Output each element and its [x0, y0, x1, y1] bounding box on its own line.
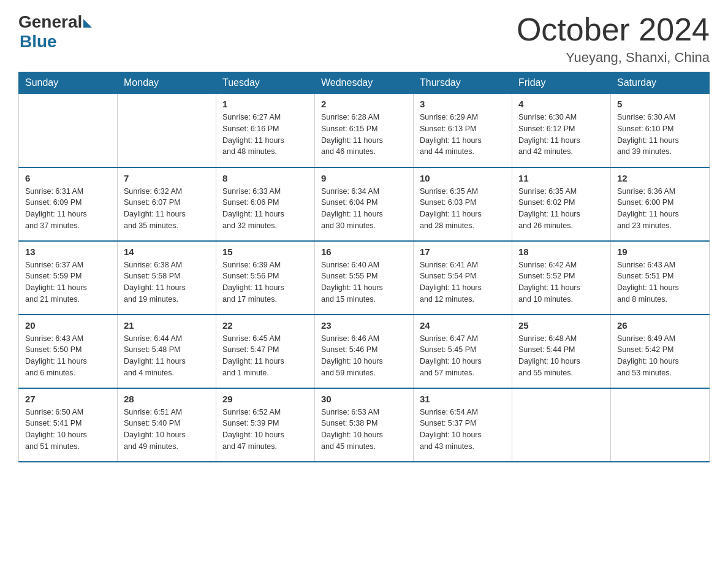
day-number: 12: [617, 173, 703, 183]
calendar-cell: 30Sunrise: 6:53 AMSunset: 5:38 PMDayligh…: [315, 388, 414, 462]
day-info: Sunrise: 6:48 AMSunset: 5:44 PMDaylight:…: [518, 333, 604, 379]
calendar-cell: 9Sunrise: 6:34 AMSunset: 6:04 PMDaylight…: [315, 167, 414, 241]
day-info: Sunrise: 6:29 AMSunset: 6:13 PMDaylight:…: [420, 112, 506, 158]
day-number: 30: [321, 394, 407, 404]
header-row: SundayMondayTuesdayWednesdayThursdayFrid…: [19, 72, 710, 94]
day-number: 25: [518, 320, 604, 331]
calendar-cell: 28Sunrise: 6:51 AMSunset: 5:40 PMDayligh…: [118, 388, 216, 462]
calendar-cell: 25Sunrise: 6:48 AMSunset: 5:44 PMDayligh…: [512, 315, 611, 388]
calendar-week-0: 1Sunrise: 6:27 AMSunset: 6:16 PMDaylight…: [19, 94, 710, 167]
day-info: Sunrise: 6:52 AMSunset: 5:39 PMDaylight:…: [222, 407, 308, 453]
calendar-cell: 5Sunrise: 6:30 AMSunset: 6:10 PMDaylight…: [611, 94, 710, 167]
header-sunday: Sunday: [19, 72, 118, 94]
day-info: Sunrise: 6:46 AMSunset: 5:46 PMDaylight:…: [321, 333, 407, 379]
calendar-cell: [512, 388, 611, 462]
calendar-table: SundayMondayTuesdayWednesdayThursdayFrid…: [18, 72, 710, 462]
calendar-cell: [19, 94, 118, 167]
day-number: 2: [321, 99, 407, 109]
calendar-cell: 23Sunrise: 6:46 AMSunset: 5:46 PMDayligh…: [315, 315, 414, 388]
day-number: 5: [617, 99, 703, 109]
title-section: October 2024 Yueyang, Shanxi, China: [517, 12, 710, 66]
calendar-cell: 29Sunrise: 6:52 AMSunset: 5:39 PMDayligh…: [216, 388, 315, 462]
calendar-cell: 14Sunrise: 6:38 AMSunset: 5:58 PMDayligh…: [118, 241, 216, 315]
day-number: 1: [222, 99, 308, 109]
calendar-cell: 19Sunrise: 6:43 AMSunset: 5:51 PMDayligh…: [611, 241, 710, 315]
day-info: Sunrise: 6:51 AMSunset: 5:40 PMDaylight:…: [124, 407, 210, 453]
day-number: 15: [222, 247, 308, 257]
calendar-cell: 15Sunrise: 6:39 AMSunset: 5:56 PMDayligh…: [216, 241, 315, 315]
day-info: Sunrise: 6:35 AMSunset: 6:02 PMDaylight:…: [518, 186, 604, 232]
day-info: Sunrise: 6:37 AMSunset: 5:59 PMDaylight:…: [25, 259, 111, 305]
day-info: Sunrise: 6:49 AMSunset: 5:42 PMDaylight:…: [617, 333, 703, 379]
logo-general-text: General: [18, 12, 82, 32]
day-info: Sunrise: 6:42 AMSunset: 5:52 PMDaylight:…: [518, 259, 604, 305]
day-info: Sunrise: 6:33 AMSunset: 6:06 PMDaylight:…: [222, 186, 308, 232]
day-number: 6: [25, 173, 111, 183]
day-info: Sunrise: 6:54 AMSunset: 5:37 PMDaylight:…: [420, 407, 506, 453]
day-number: 22: [222, 320, 308, 331]
page-header: General Blue October 2024 Yueyang, Shanx…: [18, 12, 710, 66]
day-number: 18: [518, 247, 604, 257]
day-info: Sunrise: 6:47 AMSunset: 5:45 PMDaylight:…: [420, 333, 506, 379]
day-number: 28: [124, 394, 210, 404]
calendar-cell: 3Sunrise: 6:29 AMSunset: 6:13 PMDaylight…: [414, 94, 512, 167]
header-wednesday: Wednesday: [315, 72, 414, 94]
calendar-cell: 8Sunrise: 6:33 AMSunset: 6:06 PMDaylight…: [216, 167, 315, 241]
day-info: Sunrise: 6:31 AMSunset: 6:09 PMDaylight:…: [25, 186, 111, 232]
calendar-cell: [611, 388, 710, 462]
calendar-cell: 16Sunrise: 6:40 AMSunset: 5:55 PMDayligh…: [315, 241, 414, 315]
day-info: Sunrise: 6:40 AMSunset: 5:55 PMDaylight:…: [321, 259, 407, 305]
calendar-cell: 17Sunrise: 6:41 AMSunset: 5:54 PMDayligh…: [414, 241, 512, 315]
calendar-cell: 26Sunrise: 6:49 AMSunset: 5:42 PMDayligh…: [611, 315, 710, 388]
calendar-cell: 4Sunrise: 6:30 AMSunset: 6:12 PMDaylight…: [512, 94, 611, 167]
day-number: 31: [420, 394, 506, 404]
day-number: 8: [222, 173, 308, 183]
calendar-header: SundayMondayTuesdayWednesdayThursdayFrid…: [19, 72, 710, 94]
calendar-week-1: 6Sunrise: 6:31 AMSunset: 6:09 PMDaylight…: [19, 167, 710, 241]
day-info: Sunrise: 6:32 AMSunset: 6:07 PMDaylight:…: [124, 186, 210, 232]
logo: General Blue: [18, 12, 92, 52]
calendar-week-2: 13Sunrise: 6:37 AMSunset: 5:59 PMDayligh…: [19, 241, 710, 315]
header-monday: Monday: [118, 72, 216, 94]
day-number: 3: [420, 99, 506, 109]
day-number: 20: [25, 320, 111, 331]
calendar-body: 1Sunrise: 6:27 AMSunset: 6:16 PMDaylight…: [19, 94, 710, 462]
day-number: 19: [617, 247, 703, 257]
calendar-week-4: 27Sunrise: 6:50 AMSunset: 5:41 PMDayligh…: [19, 388, 710, 462]
calendar-cell: 31Sunrise: 6:54 AMSunset: 5:37 PMDayligh…: [414, 388, 512, 462]
calendar-cell: 2Sunrise: 6:28 AMSunset: 6:15 PMDaylight…: [315, 94, 414, 167]
calendar-cell: 1Sunrise: 6:27 AMSunset: 6:16 PMDaylight…: [216, 94, 315, 167]
day-number: 9: [321, 173, 407, 183]
month-title: October 2024: [517, 12, 710, 47]
calendar-cell: 18Sunrise: 6:42 AMSunset: 5:52 PMDayligh…: [512, 241, 611, 315]
day-info: Sunrise: 6:30 AMSunset: 6:10 PMDaylight:…: [617, 112, 703, 158]
calendar-cell: 7Sunrise: 6:32 AMSunset: 6:07 PMDaylight…: [118, 167, 216, 241]
calendar-cell: 11Sunrise: 6:35 AMSunset: 6:02 PMDayligh…: [512, 167, 611, 241]
day-number: 16: [321, 247, 407, 257]
day-number: 14: [124, 247, 210, 257]
calendar-cell: 21Sunrise: 6:44 AMSunset: 5:48 PMDayligh…: [118, 315, 216, 388]
header-thursday: Thursday: [414, 72, 512, 94]
day-info: Sunrise: 6:41 AMSunset: 5:54 PMDaylight:…: [420, 259, 506, 305]
day-number: 23: [321, 320, 407, 331]
day-number: 24: [420, 320, 506, 331]
day-info: Sunrise: 6:44 AMSunset: 5:48 PMDaylight:…: [124, 333, 210, 379]
header-saturday: Saturday: [611, 72, 710, 94]
day-info: Sunrise: 6:35 AMSunset: 6:03 PMDaylight:…: [420, 186, 506, 232]
calendar-cell: 12Sunrise: 6:36 AMSunset: 6:00 PMDayligh…: [611, 167, 710, 241]
calendar-cell: 13Sunrise: 6:37 AMSunset: 5:59 PMDayligh…: [19, 241, 118, 315]
day-info: Sunrise: 6:34 AMSunset: 6:04 PMDaylight:…: [321, 186, 407, 232]
calendar-cell: 10Sunrise: 6:35 AMSunset: 6:03 PMDayligh…: [414, 167, 512, 241]
day-info: Sunrise: 6:43 AMSunset: 5:50 PMDaylight:…: [25, 333, 111, 379]
logo-triangle-icon: [83, 19, 92, 28]
calendar-cell: 6Sunrise: 6:31 AMSunset: 6:09 PMDaylight…: [19, 167, 118, 241]
day-number: 26: [617, 320, 703, 331]
calendar-cell: 20Sunrise: 6:43 AMSunset: 5:50 PMDayligh…: [19, 315, 118, 388]
calendar-cell: 22Sunrise: 6:45 AMSunset: 5:47 PMDayligh…: [216, 315, 315, 388]
day-number: 7: [124, 173, 210, 183]
day-info: Sunrise: 6:45 AMSunset: 5:47 PMDaylight:…: [222, 333, 308, 379]
day-info: Sunrise: 6:50 AMSunset: 5:41 PMDaylight:…: [25, 407, 111, 453]
day-number: 11: [518, 173, 604, 183]
day-number: 10: [420, 173, 506, 183]
day-info: Sunrise: 6:28 AMSunset: 6:15 PMDaylight:…: [321, 112, 407, 158]
